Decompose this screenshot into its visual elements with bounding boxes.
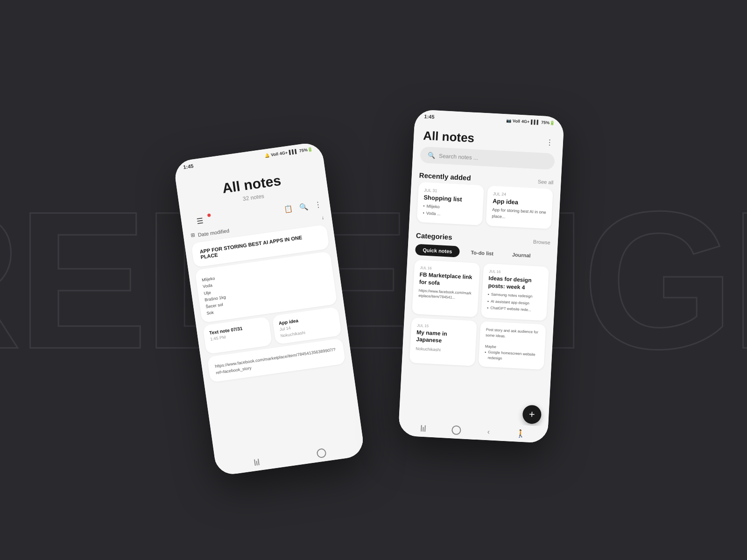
japanese-author: Nokuchikashi	[416, 346, 470, 354]
home-button-left[interactable]	[316, 448, 327, 459]
person-icon[interactable]: 🚶	[516, 429, 526, 438]
story-body: Post story and ask audience for some ide…	[484, 327, 540, 363]
time-right: 1:45	[424, 113, 435, 119]
fab-button[interactable]: +	[522, 405, 542, 424]
nav-lines-right	[421, 425, 426, 432]
categories-label: Categories	[416, 231, 452, 241]
sort-arrow[interactable]: ↓	[321, 214, 324, 220]
screen-left: All notes 32 notes ☰ 📋 🔍 ⋮ ⊞ Date modifi…	[175, 153, 364, 464]
search-icon-left[interactable]: 🔍	[299, 202, 309, 211]
note-icon[interactable]: 📋	[283, 204, 293, 213]
shopping-list-content: MlijekoVodaUljeBrašno 1kgŠecer solSok	[201, 259, 331, 317]
recent-cards: JUL 31 Shopping list Mlijeko Voda ... JU…	[409, 182, 561, 234]
more-icon-right[interactable]: ⋮	[545, 138, 554, 147]
text-note-card[interactable]: Text note 07/31 1:45 PM	[203, 316, 272, 354]
bullet-homescreen: Google homescreen website redesign	[484, 349, 539, 363]
status-icons-right: 📷 Voll 4G+ ▌▌▌ 75%🔋	[506, 118, 555, 125]
see-all-button[interactable]: See all	[538, 179, 554, 185]
browse-button[interactable]: Browse	[533, 238, 550, 245]
hamburger-icon[interactable]: ☰	[196, 217, 204, 226]
tab-quick-notes[interactable]: Quick notes	[415, 244, 460, 258]
app-idea-card-left[interactable]: App idea Jul 14 Nokuchikashi	[272, 307, 342, 345]
search-icon-right: 🔍	[428, 152, 436, 159]
design-title: Ideas for design posts: week 4	[488, 275, 543, 292]
home-button-right[interactable]	[451, 425, 461, 435]
shopping-body: Mlijeko Voda ...	[423, 203, 477, 219]
story-card[interactable]: Post story and ask audience for some ide…	[479, 321, 546, 370]
tab-todo[interactable]: To-do list	[463, 246, 501, 259]
right-title: All notes	[423, 128, 475, 146]
recently-added-label: Recently added	[419, 171, 471, 182]
screen-right: All notes ⋮ 🔍 Search notes ... Recently …	[398, 120, 564, 436]
notes-grid: JUL 16 FB Marketplace link for sofa http…	[402, 259, 557, 370]
more-icon-left[interactable]: ⋮	[314, 200, 323, 210]
fb-title: FB Marketplace link for sofa	[419, 271, 473, 288]
sort-icon: ⊞	[190, 232, 196, 238]
japanese-title: My name in Japanese	[416, 329, 471, 346]
fb-url: https://www.facebook.com/marketplace/ite…	[418, 288, 473, 301]
hamburger-area[interactable]: ☰	[188, 213, 211, 229]
back-icon[interactable]: ‹	[487, 427, 490, 436]
design-body: Samsung notes redesign AI assistant app …	[487, 292, 542, 315]
url-content: https://www.facebook.com/marketplace/ite…	[215, 347, 338, 376]
time-left: 1:45	[183, 163, 194, 170]
shopping-list-recent[interactable]: JUL 31 Shopping list Mlijeko Voda ...	[417, 182, 484, 225]
tab-journal[interactable]: Journal	[504, 249, 538, 262]
app-idea-recent-body: App for storing best AI in one place...	[492, 207, 546, 222]
design-ideas-card[interactable]: JUL 16 Ideas for design posts: week 4 Sa…	[481, 263, 549, 321]
phone-left: 1:45 🔔 Voll 4G+ ▌▌▌ 75%🔋 All notes 32 no…	[173, 141, 366, 476]
fab-icon: +	[529, 408, 535, 421]
japanese-name-card[interactable]: JUL 15 My name in Japanese Nokuchikashi	[409, 317, 477, 366]
shopping-title: Shopping list	[423, 194, 478, 203]
app-idea-recent-title: App idea	[493, 197, 547, 207]
app-idea-recent[interactable]: JUL 24 App idea App for storing best AI …	[486, 186, 553, 229]
phones-container: 1:45 🔔 Voll 4G+ ▌▌▌ 75%🔋 All notes 32 no…	[0, 0, 747, 560]
phone-right: 1:45 📷 Voll 4G+ ▌▌▌ 75%🔋 All notes ⋮ 🔍 S…	[398, 109, 564, 443]
nav-lines	[254, 459, 260, 466]
search-placeholder: Search notes ...	[439, 152, 479, 161]
fb-marketplace-card[interactable]: JUL 16 FB Marketplace link for sofa http…	[412, 260, 480, 317]
notification-dot	[207, 213, 211, 217]
